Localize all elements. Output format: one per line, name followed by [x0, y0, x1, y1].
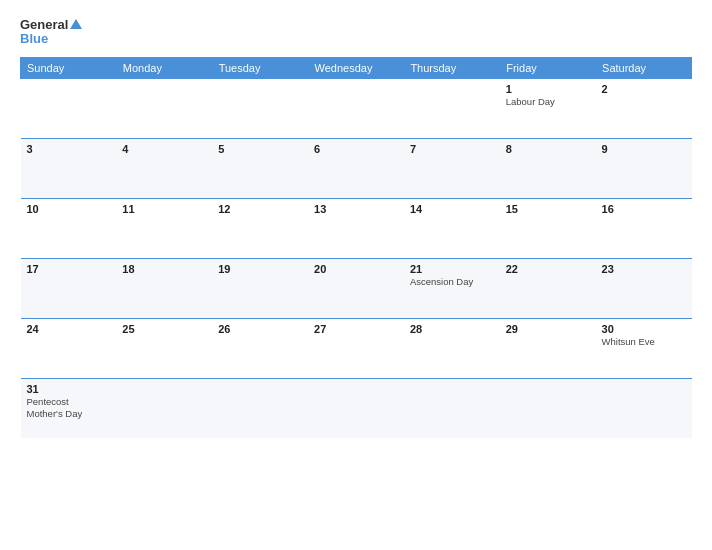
- weekday-header: Tuesday: [212, 57, 308, 78]
- calendar-cell: [212, 78, 308, 138]
- calendar-cell: [21, 78, 117, 138]
- day-number: 29: [506, 323, 590, 335]
- day-number: 13: [314, 203, 398, 215]
- weekday-header: Thursday: [404, 57, 500, 78]
- day-number: 9: [602, 143, 686, 155]
- calendar-cell: 20: [308, 258, 404, 318]
- calendar-week-row: 1718192021Ascension Day2223: [21, 258, 692, 318]
- day-number: 10: [27, 203, 111, 215]
- day-number: 14: [410, 203, 494, 215]
- day-number: 27: [314, 323, 398, 335]
- calendar-table: SundayMondayTuesdayWednesdayThursdayFrid…: [20, 57, 692, 439]
- calendar-cell: [116, 378, 212, 438]
- calendar-cell: 18: [116, 258, 212, 318]
- calendar-cell: 31PentecostMother's Day: [21, 378, 117, 438]
- calendar-cell: 28: [404, 318, 500, 378]
- day-number: 7: [410, 143, 494, 155]
- logo-general-text: General: [20, 18, 68, 32]
- holiday-label: Labour Day: [506, 96, 590, 107]
- calendar-cell: 13: [308, 198, 404, 258]
- day-number: 20: [314, 263, 398, 275]
- calendar-cell: 29: [500, 318, 596, 378]
- calendar-cell: 2: [596, 78, 692, 138]
- day-number: 30: [602, 323, 686, 335]
- weekday-header: Monday: [116, 57, 212, 78]
- day-number: 31: [27, 383, 111, 395]
- calendar-cell: [308, 378, 404, 438]
- calendar-cell: 24: [21, 318, 117, 378]
- holiday-label: Mother's Day: [27, 408, 111, 419]
- calendar-week-row: 1Labour Day2: [21, 78, 692, 138]
- logo-blue-text: Blue: [20, 32, 82, 46]
- day-number: 24: [27, 323, 111, 335]
- calendar-cell: [212, 378, 308, 438]
- day-number: 3: [27, 143, 111, 155]
- calendar-cell: 9: [596, 138, 692, 198]
- weekday-header: Friday: [500, 57, 596, 78]
- day-number: 12: [218, 203, 302, 215]
- day-number: 21: [410, 263, 494, 275]
- calendar-cell: 11: [116, 198, 212, 258]
- calendar-cell: 8: [500, 138, 596, 198]
- day-number: 11: [122, 203, 206, 215]
- calendar-cell: 23: [596, 258, 692, 318]
- calendar-cell: [404, 378, 500, 438]
- holiday-label: Whitsun Eve: [602, 336, 686, 347]
- logo: General Blue: [20, 18, 82, 47]
- calendar-cell: 12: [212, 198, 308, 258]
- day-number: 17: [27, 263, 111, 275]
- day-number: 2: [602, 83, 686, 95]
- day-number: 6: [314, 143, 398, 155]
- holiday-label: Pentecost: [27, 396, 111, 407]
- calendar-cell: 6: [308, 138, 404, 198]
- calendar-week-row: 10111213141516: [21, 198, 692, 258]
- calendar-cell: [116, 78, 212, 138]
- day-number: 5: [218, 143, 302, 155]
- day-number: 25: [122, 323, 206, 335]
- header: General Blue: [20, 18, 692, 47]
- logo-triangle-icon: [70, 19, 82, 29]
- day-number: 26: [218, 323, 302, 335]
- day-number: 28: [410, 323, 494, 335]
- calendar-cell: [500, 378, 596, 438]
- weekday-header: Saturday: [596, 57, 692, 78]
- calendar-cell: 21Ascension Day: [404, 258, 500, 318]
- day-number: 16: [602, 203, 686, 215]
- holiday-label: Ascension Day: [410, 276, 494, 287]
- calendar-cell: 7: [404, 138, 500, 198]
- day-number: 8: [506, 143, 590, 155]
- calendar-cell: 26: [212, 318, 308, 378]
- calendar-cell: 4: [116, 138, 212, 198]
- calendar-cell: 5: [212, 138, 308, 198]
- weekday-header-row: SundayMondayTuesdayWednesdayThursdayFrid…: [21, 57, 692, 78]
- calendar-cell: 27: [308, 318, 404, 378]
- calendar-cell: 3: [21, 138, 117, 198]
- calendar-cell: 19: [212, 258, 308, 318]
- calendar-cell: [596, 378, 692, 438]
- calendar-cell: 25: [116, 318, 212, 378]
- calendar-cell: 14: [404, 198, 500, 258]
- calendar-week-row: 24252627282930Whitsun Eve: [21, 318, 692, 378]
- calendar-cell: 1Labour Day: [500, 78, 596, 138]
- day-number: 23: [602, 263, 686, 275]
- weekday-header: Sunday: [21, 57, 117, 78]
- day-number: 18: [122, 263, 206, 275]
- calendar-page: General Blue SundayMondayTuesdayWednesda…: [0, 0, 712, 550]
- calendar-cell: [404, 78, 500, 138]
- calendar-week-row: 31PentecostMother's Day: [21, 378, 692, 438]
- calendar-cell: 10: [21, 198, 117, 258]
- day-number: 19: [218, 263, 302, 275]
- calendar-cell: 15: [500, 198, 596, 258]
- calendar-cell: 30Whitsun Eve: [596, 318, 692, 378]
- calendar-cell: 22: [500, 258, 596, 318]
- day-number: 4: [122, 143, 206, 155]
- day-number: 22: [506, 263, 590, 275]
- calendar-cell: [308, 78, 404, 138]
- day-number: 15: [506, 203, 590, 215]
- weekday-header: Wednesday: [308, 57, 404, 78]
- calendar-cell: 17: [21, 258, 117, 318]
- calendar-week-row: 3456789: [21, 138, 692, 198]
- day-number: 1: [506, 83, 590, 95]
- calendar-cell: 16: [596, 198, 692, 258]
